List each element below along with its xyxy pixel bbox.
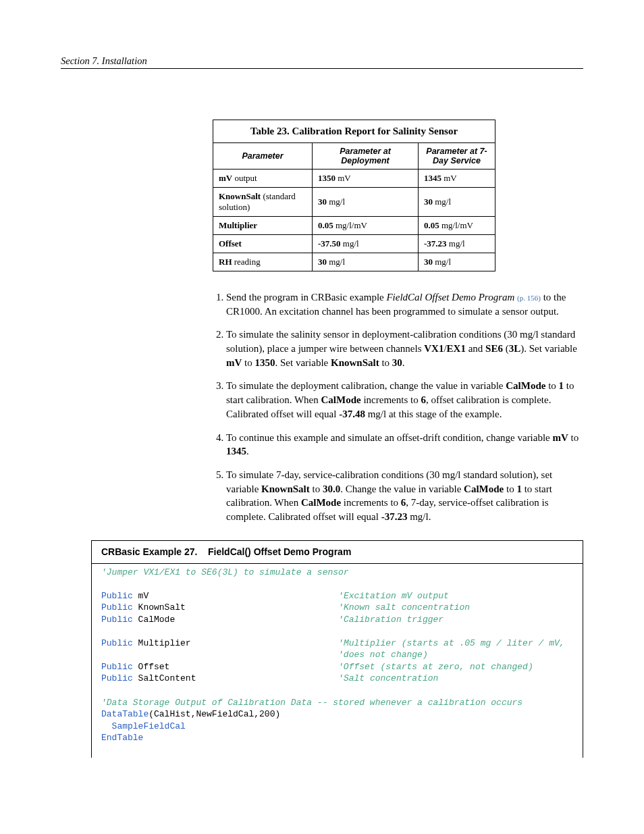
calibration-table: Table 23. Calibration Report for Salinit… — [213, 120, 495, 271]
main-content: Table 23. Calibration Report for Salinit… — [213, 120, 583, 524]
list-item: To simulate the salinity sensor in deplo… — [226, 328, 583, 369]
list-item: To continue this example and simulate an… — [226, 431, 583, 459]
page-reference-link[interactable]: (p. 156) — [517, 294, 541, 302]
table-caption: Table 23. Calibration Report for Salinit… — [213, 120, 495, 142]
table-row: Offset -37.50 mg/l -37.23 mg/l — [213, 235, 495, 253]
instruction-list: Send the program in CRBasic example Fiel… — [213, 290, 583, 524]
col-service: Parameter at 7-Day Service — [419, 143, 495, 170]
list-item: To simulate 7-day, service-calibration c… — [226, 468, 583, 524]
col-deployment: Parameter at Deployment — [313, 143, 419, 170]
code-body: 'Jumper VX1/EX1 to SE6(3L) to simulate a… — [92, 564, 583, 758]
col-parameter: Parameter — [213, 143, 313, 170]
table-row: mV output 1350 mV 1345 mV — [213, 170, 495, 188]
table-row: RH reading 30 mg/l 30 mg/l — [213, 253, 495, 271]
table-row: Multiplier 0.05 mg/l/mV 0.05 mg/l/mV — [213, 217, 495, 235]
code-title: CRBasic Example 27. FieldCal() Offset De… — [92, 541, 583, 564]
table-row: KnownSalt (standard solution) 30 mg/l 30… — [213, 188, 495, 217]
code-example: CRBasic Example 27. FieldCal() Offset De… — [91, 540, 583, 758]
section-header: Section 7. Installation — [61, 55, 583, 69]
list-item: Send the program in CRBasic example Fiel… — [226, 290, 583, 318]
list-item: To simulate the deployment calibration, … — [226, 379, 583, 421]
